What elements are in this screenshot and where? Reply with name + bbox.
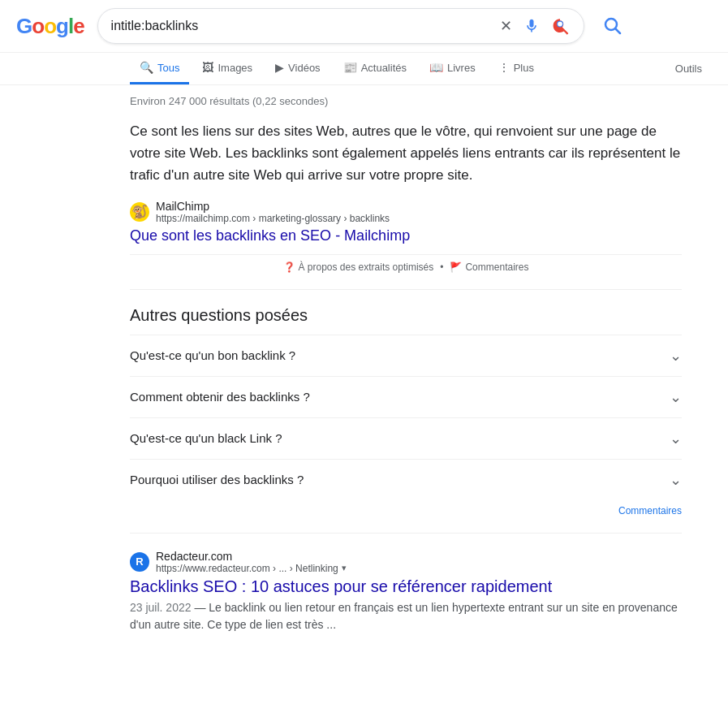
search-tab-icon: 🔍 [140,61,153,74]
paa-item-3[interactable]: Qu'est-ce qu'un black Link ? ⌄ [130,417,682,459]
search-input[interactable] [111,19,492,33]
redacteur-favicon: R [130,552,149,572]
result-site-info: Redacteur.com https://www.redacteur.com … [156,550,347,574]
result-url: https://www.redacteur.com › ... › Netlin… [156,563,338,574]
result-date: 23 juil. 2022 [130,601,192,614]
paa-question-1: Qu'est-ce qu'un bon backlink ? [130,348,295,362]
chevron-down-icon-1: ⌄ [670,347,682,365]
result-item-1: R Redacteur.com https://www.redacteur.co… [130,550,682,633]
tab-videos-label: Vidéos [288,62,321,74]
images-tab-icon: 🖼 [202,61,213,74]
nav-tabs: 🔍 Tous 🖼 Images ▶ Vidéos 📰 Actualités 📖 … [0,53,728,85]
result-title-link[interactable]: Backlinks SEO : 10 astuces pour se référ… [130,577,682,596]
chevron-down-icon-3: ⌄ [670,430,682,447]
tab-tous-label: Tous [157,62,179,74]
section-divider-2 [130,533,682,534]
microphone-button[interactable] [522,16,541,36]
section-divider [130,289,682,290]
tab-videos[interactable]: ▶ Vidéos [265,53,330,84]
tab-actualites[interactable]: 📰 Actualités [334,53,416,84]
paa-item-1[interactable]: Qu'est-ce qu'un bon backlink ? ⌄ [130,335,682,376]
comments-link[interactable]: 🚩 Commentaires [450,261,528,273]
paa-question-4: Pourquoi utiliser des backlinks ? [130,473,304,486]
snippet-text: Ce sont les liens sur des sites Web, aut… [130,120,682,187]
snippet-link[interactable]: Que sont les backlinks en SEO - Mailchim… [130,227,682,244]
flag-icon: 🚩 [450,261,462,273]
outils-button[interactable]: Outils [666,54,712,83]
actualites-tab-icon: 📰 [343,61,357,74]
tab-plus[interactable]: ⋮ Plus [489,53,544,84]
tab-actualites-label: Actualités [361,62,407,74]
tab-livres-label: Livres [447,62,476,74]
paa-title: Autres questions posées [130,306,682,325]
search-icons: ✕ [498,15,571,37]
source-row: 🐒 MailChimp https://mailchimp.com › mark… [130,200,682,224]
close-icon: ✕ [500,17,512,35]
paa-section: Autres questions posées Qu'est-ce qu'un … [130,306,682,516]
featured-snippet: Ce sont les liens sur des sites Web, aut… [130,120,682,273]
paa-question-2: Comment obtenir des backlinks ? [130,390,310,404]
svg-point-2 [558,22,562,27]
info-icon: ❓ [283,261,295,273]
search-bar: ✕ [97,8,584,44]
about-snippets[interactable]: ❓ À propos des extraits optimisés [283,261,434,273]
clear-button[interactable]: ✕ [498,15,514,37]
snippet-meta: ❓ À propos des extraits optimisés • 🚩 Co… [130,254,682,273]
tab-tous[interactable]: 🔍 Tous [130,53,189,84]
lens-icon [551,17,569,35]
paa-question-3: Qu'est-ce qu'un black Link ? [130,431,282,445]
tab-livres[interactable]: 📖 Livres [420,53,485,84]
google-logo: G o o g l e [16,14,84,39]
source-url: https://mailchimp.com › marketing-glossa… [156,213,390,224]
chevron-down-icon-4: ⌄ [670,471,682,489]
result-snippet-text: Le backlink ou lien retour en français e… [130,601,678,631]
chevron-down-icon-2: ⌄ [670,388,682,406]
tab-plus-label: Plus [514,62,534,74]
videos-tab-icon: ▶ [275,61,284,74]
mailchimp-favicon: 🐒 [130,202,149,222]
paa-item-4[interactable]: Pourquoi utiliser des backlinks ? ⌄ [130,459,682,500]
paa-comments-link[interactable]: Commentaires [130,505,682,516]
dropdown-arrow[interactable]: ▾ [342,563,347,573]
livres-tab-icon: 📖 [429,61,443,74]
svg-line-4 [615,28,620,33]
more-tab-icon: ⋮ [498,61,510,74]
result-site-name: Redacteur.com [156,550,347,563]
result-snippet: 23 juil. 2022 — Le backlink ou lien reto… [130,599,682,633]
microphone-icon [523,18,540,34]
search-icon [602,15,622,35]
source-name: MailChimp [156,200,390,213]
tab-images-label: Images [218,62,252,74]
main-content: Environ 247 000 résultats (0,22 secondes… [0,85,698,666]
lens-button[interactable] [549,15,571,37]
result-url-row: https://www.redacteur.com › ... › Netlin… [156,563,347,574]
result-source-row: R Redacteur.com https://www.redacteur.co… [130,550,682,574]
tab-images[interactable]: 🖼 Images [192,53,262,84]
about-snippets-label: À propos des extraits optimisés [299,261,434,273]
comments-label: Commentaires [465,261,528,273]
paa-item-2[interactable]: Comment obtenir des backlinks ? ⌄ [130,376,682,417]
search-button[interactable] [602,15,622,37]
header: G o o g l e ✕ [0,0,728,53]
result-count: Environ 247 000 résultats (0,22 secondes… [130,95,682,107]
